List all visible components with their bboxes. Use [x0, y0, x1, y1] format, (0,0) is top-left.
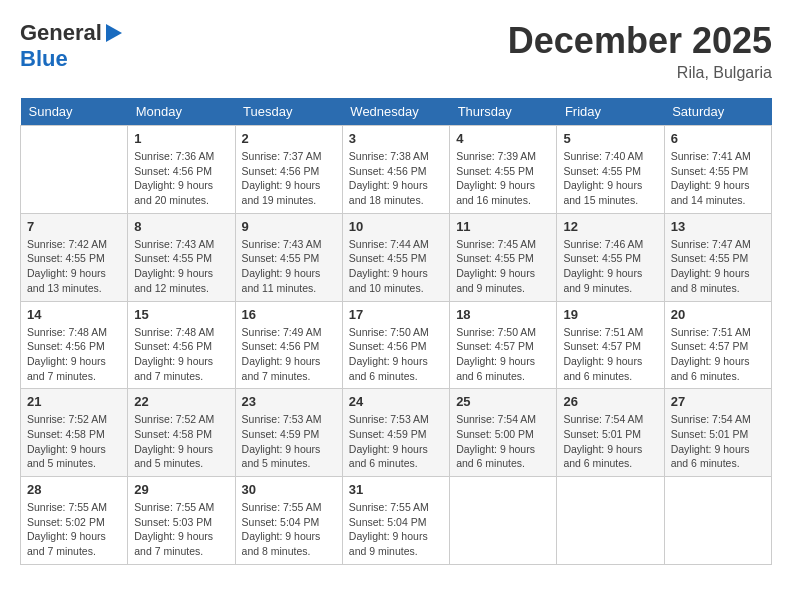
calendar-cell: 19Sunrise: 7:51 AM Sunset: 4:57 PM Dayli… [557, 301, 664, 389]
logo-arrow-icon [106, 24, 124, 42]
calendar-cell [450, 477, 557, 565]
day-info: Sunrise: 7:50 AM Sunset: 4:57 PM Dayligh… [456, 325, 550, 384]
day-info: Sunrise: 7:42 AM Sunset: 4:55 PM Dayligh… [27, 237, 121, 296]
day-number: 10 [349, 219, 443, 234]
calendar-cell: 22Sunrise: 7:52 AM Sunset: 4:58 PM Dayli… [128, 389, 235, 477]
days-header-row: SundayMondayTuesdayWednesdayThursdayFrid… [21, 98, 772, 126]
day-info: Sunrise: 7:40 AM Sunset: 4:55 PM Dayligh… [563, 149, 657, 208]
day-header-saturday: Saturday [664, 98, 771, 126]
calendar-cell: 31Sunrise: 7:55 AM Sunset: 5:04 PM Dayli… [342, 477, 449, 565]
day-info: Sunrise: 7:44 AM Sunset: 4:55 PM Dayligh… [349, 237, 443, 296]
day-number: 2 [242, 131, 336, 146]
week-row-1: 1Sunrise: 7:36 AM Sunset: 4:56 PM Daylig… [21, 126, 772, 214]
day-info: Sunrise: 7:53 AM Sunset: 4:59 PM Dayligh… [349, 412, 443, 471]
day-info: Sunrise: 7:49 AM Sunset: 4:56 PM Dayligh… [242, 325, 336, 384]
calendar-cell: 10Sunrise: 7:44 AM Sunset: 4:55 PM Dayli… [342, 213, 449, 301]
day-number: 19 [563, 307, 657, 322]
day-info: Sunrise: 7:43 AM Sunset: 4:55 PM Dayligh… [134, 237, 228, 296]
day-header-monday: Monday [128, 98, 235, 126]
day-number: 7 [27, 219, 121, 234]
day-number: 5 [563, 131, 657, 146]
day-number: 14 [27, 307, 121, 322]
calendar-table: SundayMondayTuesdayWednesdayThursdayFrid… [20, 98, 772, 565]
day-number: 23 [242, 394, 336, 409]
day-number: 24 [349, 394, 443, 409]
calendar-cell [557, 477, 664, 565]
day-info: Sunrise: 7:54 AM Sunset: 5:00 PM Dayligh… [456, 412, 550, 471]
day-info: Sunrise: 7:55 AM Sunset: 5:04 PM Dayligh… [242, 500, 336, 559]
calendar-cell: 16Sunrise: 7:49 AM Sunset: 4:56 PM Dayli… [235, 301, 342, 389]
calendar-cell: 3Sunrise: 7:38 AM Sunset: 4:56 PM Daylig… [342, 126, 449, 214]
calendar-cell: 17Sunrise: 7:50 AM Sunset: 4:56 PM Dayli… [342, 301, 449, 389]
day-info: Sunrise: 7:54 AM Sunset: 5:01 PM Dayligh… [563, 412, 657, 471]
day-number: 21 [27, 394, 121, 409]
calendar-cell: 24Sunrise: 7:53 AM Sunset: 4:59 PM Dayli… [342, 389, 449, 477]
day-info: Sunrise: 7:47 AM Sunset: 4:55 PM Dayligh… [671, 237, 765, 296]
day-info: Sunrise: 7:43 AM Sunset: 4:55 PM Dayligh… [242, 237, 336, 296]
day-number: 12 [563, 219, 657, 234]
day-info: Sunrise: 7:45 AM Sunset: 4:55 PM Dayligh… [456, 237, 550, 296]
calendar-cell: 8Sunrise: 7:43 AM Sunset: 4:55 PM Daylig… [128, 213, 235, 301]
day-header-sunday: Sunday [21, 98, 128, 126]
calendar-cell [664, 477, 771, 565]
month-year-title: December 2025 [508, 20, 772, 62]
day-info: Sunrise: 7:41 AM Sunset: 4:55 PM Dayligh… [671, 149, 765, 208]
day-info: Sunrise: 7:50 AM Sunset: 4:56 PM Dayligh… [349, 325, 443, 384]
week-row-2: 7Sunrise: 7:42 AM Sunset: 4:55 PM Daylig… [21, 213, 772, 301]
calendar-cell: 7Sunrise: 7:42 AM Sunset: 4:55 PM Daylig… [21, 213, 128, 301]
day-info: Sunrise: 7:52 AM Sunset: 4:58 PM Dayligh… [134, 412, 228, 471]
day-number: 26 [563, 394, 657, 409]
calendar-cell: 9Sunrise: 7:43 AM Sunset: 4:55 PM Daylig… [235, 213, 342, 301]
calendar-cell: 28Sunrise: 7:55 AM Sunset: 5:02 PM Dayli… [21, 477, 128, 565]
calendar-cell: 23Sunrise: 7:53 AM Sunset: 4:59 PM Dayli… [235, 389, 342, 477]
day-header-friday: Friday [557, 98, 664, 126]
day-number: 20 [671, 307, 765, 322]
day-number: 22 [134, 394, 228, 409]
calendar-cell: 4Sunrise: 7:39 AM Sunset: 4:55 PM Daylig… [450, 126, 557, 214]
day-info: Sunrise: 7:55 AM Sunset: 5:04 PM Dayligh… [349, 500, 443, 559]
calendar-cell: 29Sunrise: 7:55 AM Sunset: 5:03 PM Dayli… [128, 477, 235, 565]
day-number: 3 [349, 131, 443, 146]
day-header-thursday: Thursday [450, 98, 557, 126]
day-number: 31 [349, 482, 443, 497]
day-number: 1 [134, 131, 228, 146]
day-info: Sunrise: 7:51 AM Sunset: 4:57 PM Dayligh… [563, 325, 657, 384]
day-info: Sunrise: 7:51 AM Sunset: 4:57 PM Dayligh… [671, 325, 765, 384]
day-info: Sunrise: 7:53 AM Sunset: 4:59 PM Dayligh… [242, 412, 336, 471]
calendar-cell: 20Sunrise: 7:51 AM Sunset: 4:57 PM Dayli… [664, 301, 771, 389]
calendar-cell: 18Sunrise: 7:50 AM Sunset: 4:57 PM Dayli… [450, 301, 557, 389]
page-header: General Blue December 2025 Rila, Bulgari… [20, 20, 772, 82]
day-info: Sunrise: 7:48 AM Sunset: 4:56 PM Dayligh… [27, 325, 121, 384]
day-number: 9 [242, 219, 336, 234]
calendar-cell: 5Sunrise: 7:40 AM Sunset: 4:55 PM Daylig… [557, 126, 664, 214]
calendar-cell: 15Sunrise: 7:48 AM Sunset: 4:56 PM Dayli… [128, 301, 235, 389]
day-info: Sunrise: 7:46 AM Sunset: 4:55 PM Dayligh… [563, 237, 657, 296]
day-number: 16 [242, 307, 336, 322]
logo: General Blue [20, 20, 124, 72]
day-info: Sunrise: 7:54 AM Sunset: 5:01 PM Dayligh… [671, 412, 765, 471]
calendar-cell: 13Sunrise: 7:47 AM Sunset: 4:55 PM Dayli… [664, 213, 771, 301]
title-area: December 2025 Rila, Bulgaria [508, 20, 772, 82]
calendar-cell: 1Sunrise: 7:36 AM Sunset: 4:56 PM Daylig… [128, 126, 235, 214]
calendar-cell: 14Sunrise: 7:48 AM Sunset: 4:56 PM Dayli… [21, 301, 128, 389]
day-number: 6 [671, 131, 765, 146]
week-row-3: 14Sunrise: 7:48 AM Sunset: 4:56 PM Dayli… [21, 301, 772, 389]
week-row-4: 21Sunrise: 7:52 AM Sunset: 4:58 PM Dayli… [21, 389, 772, 477]
day-number: 11 [456, 219, 550, 234]
calendar-cell [21, 126, 128, 214]
day-info: Sunrise: 7:52 AM Sunset: 4:58 PM Dayligh… [27, 412, 121, 471]
day-number: 18 [456, 307, 550, 322]
day-number: 28 [27, 482, 121, 497]
day-number: 30 [242, 482, 336, 497]
day-info: Sunrise: 7:38 AM Sunset: 4:56 PM Dayligh… [349, 149, 443, 208]
day-info: Sunrise: 7:36 AM Sunset: 4:56 PM Dayligh… [134, 149, 228, 208]
day-number: 25 [456, 394, 550, 409]
day-number: 8 [134, 219, 228, 234]
logo-blue: Blue [20, 46, 68, 72]
day-header-tuesday: Tuesday [235, 98, 342, 126]
day-number: 17 [349, 307, 443, 322]
location-subtitle: Rila, Bulgaria [508, 64, 772, 82]
day-number: 4 [456, 131, 550, 146]
day-number: 15 [134, 307, 228, 322]
day-header-wednesday: Wednesday [342, 98, 449, 126]
